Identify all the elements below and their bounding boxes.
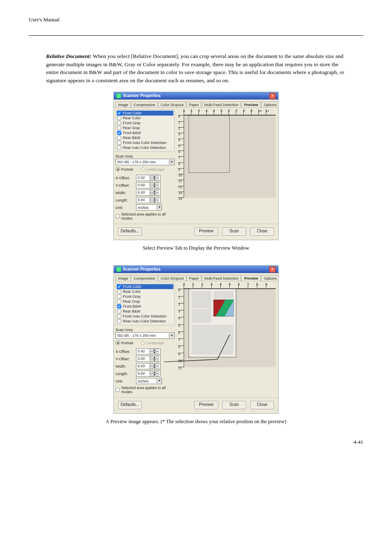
tab-paper[interactable]: Paper — [187, 275, 201, 281]
tab-paper[interactable]: Paper — [187, 102, 201, 107]
mode-front-auto-color-detection[interactable]: Front Auto Color Detection — [117, 140, 173, 145]
length-input[interactable]: 9.84 ▲▼ — [136, 371, 161, 377]
selection-rectangle[interactable] — [189, 116, 229, 172]
close-button[interactable]: Close — [250, 401, 274, 409]
ruler-horizontal: 0123456789 — [178, 283, 276, 289]
mode-rear-color[interactable]: Rear Color — [117, 116, 173, 120]
preview-canvas[interactable] — [184, 115, 276, 198]
app-icon — [116, 93, 121, 98]
width-label: Width: — [115, 191, 136, 195]
mode-front-color[interactable]: Front Color — [117, 284, 173, 289]
defaults-button[interactable]: Defaults... — [118, 227, 142, 236]
dialog-titlebar[interactable]: Scanner Properties × — [114, 266, 278, 273]
defaults-button[interactable]: Defaults... — [118, 401, 142, 409]
tab-preview[interactable]: Preview — [241, 102, 261, 108]
apply-all-modes-checkbox[interactable]: Selected area applies to all modes — [115, 212, 175, 220]
orientation-portrait[interactable]: Portrait — [115, 167, 133, 171]
mode-front-auto-color-detection[interactable]: Front Auto Color Detection — [117, 314, 173, 319]
dialog-tabstrip: ImageCompressionColor DropoutPaperMulti-… — [114, 100, 278, 108]
spin-down-icon[interactable]: ▼ — [150, 178, 159, 181]
mode-rear-auto-color-detection[interactable]: Rear Auto Color Detection — [117, 145, 173, 150]
orientation-landscape: Landscape — [141, 341, 164, 345]
x-offset-input[interactable]: 0.92 ▲▼ — [136, 348, 161, 354]
tab-preview[interactable]: Preview — [241, 275, 261, 281]
app-icon — [116, 267, 121, 272]
mode-rear-color[interactable]: Rear Color — [117, 289, 173, 294]
ruler-vertical: 01234567891011121314 — [178, 115, 184, 197]
width-input[interactable]: 6.93 ▲▼ — [136, 363, 161, 369]
tab-options[interactable]: Options — [261, 102, 278, 107]
image-mode-list: Front ColorRear ColorFront GrayRear Gray… — [115, 283, 175, 325]
mode-rear-gray[interactable]: Rear Gray — [117, 125, 173, 130]
apply-all-modes-checkbox[interactable]: Selected area applies to all modes — [115, 386, 175, 394]
tab-image[interactable]: Image — [115, 275, 131, 281]
tab-options[interactable]: Options — [261, 275, 278, 281]
mode-rear-b-w[interactable]: Rear B&W — [117, 309, 173, 314]
ruler-vertical: 01234567891011 — [178, 289, 184, 367]
chevron-down-icon[interactable]: ▾ — [169, 333, 174, 338]
dialog-title-text: Scanner Properties — [123, 92, 161, 100]
caption-after: A Preview image appears. (* The selectio… — [29, 419, 363, 425]
image-mode-list: Front ColorRear ColorFront GrayRear Gray… — [115, 109, 175, 152]
dialog-titlebar[interactable]: Scanner Properties × — [114, 92, 278, 100]
tab-compression[interactable]: Compression — [131, 275, 158, 281]
close-icon[interactable]: × — [269, 93, 276, 99]
x-offset-input[interactable]: 0.92 ▲▼ — [136, 175, 161, 181]
y-offset-input[interactable]: 0.00 ▲▼ — [136, 182, 161, 188]
dialog-tabstrip: ImageCompressionColor DropoutPaperMulti-… — [114, 273, 278, 281]
dialog-title-text: Scanner Properties — [123, 266, 161, 273]
scan-button[interactable]: Scan — [222, 401, 246, 409]
relative-document-body: Relative Document: When you select [Rela… — [46, 52, 346, 84]
mode-front-color[interactable]: Front Color — [117, 111, 173, 116]
mode-rear-b-w[interactable]: Rear B&W — [117, 135, 173, 140]
tab-compression[interactable]: Compression — [131, 102, 158, 107]
caption-before: Select Preview Tab to Display the Previe… — [29, 245, 363, 251]
close-icon[interactable]: × — [269, 266, 276, 273]
tab-color-dropout[interactable]: Color Dropout — [158, 102, 186, 107]
orientation-portrait[interactable]: Portrait — [115, 341, 133, 345]
mode-front-b-w[interactable]: Front B&W — [117, 304, 173, 309]
chevron-down-icon[interactable]: ▾ — [157, 379, 161, 383]
scanner-properties-dialog-before: Scanner Properties × ImageCompressionCol… — [113, 92, 279, 240]
page-number: 4-41 — [29, 439, 363, 445]
y-offset-input[interactable]: 0.00 ▲▼ — [136, 356, 161, 362]
tab-image[interactable]: Image — [115, 102, 131, 107]
ruler-horizontal: 01234567891011 — [178, 109, 276, 115]
preview-canvas[interactable] — [184, 289, 276, 367]
mode-front-gray[interactable]: Front Gray — [117, 294, 173, 299]
page-header-left: User's Manual — [29, 16, 60, 23]
tab-multi-feed-detection[interactable]: Multi-Feed Detection — [202, 102, 241, 107]
chevron-down-icon[interactable]: ▾ — [157, 205, 161, 210]
scan-area-label: Scan Area: — [115, 328, 175, 332]
tab-multi-feed-detection[interactable]: Multi-Feed Detection — [202, 275, 241, 281]
scan-area-label: Scan Area: — [115, 154, 175, 158]
mode-rear-auto-color-detection[interactable]: Rear Auto Color Detection — [117, 319, 173, 324]
unit-label: Unit: — [115, 206, 136, 210]
mode-front-gray[interactable]: Front Gray — [117, 120, 173, 125]
preview-button[interactable]: Preview — [194, 401, 218, 409]
unit-dropdown[interactable]: Inches▾ — [136, 378, 162, 384]
scanner-properties-dialog-after: Scanner Properties × ImageCompressionCol… — [113, 265, 279, 414]
orientation-landscape: Landscape — [141, 167, 164, 171]
length-label: Length: — [115, 198, 136, 202]
unit-dropdown[interactable]: Inches▾ — [136, 204, 162, 211]
mode-rear-gray[interactable]: Rear Gray — [117, 299, 173, 304]
scan-area-dropdown[interactable]: ISO B5 - 176 x 250 mm ▾ — [115, 332, 175, 339]
mode-front-b-w[interactable]: Front B&W — [117, 130, 173, 135]
y-offset-label: Y-Offset: — [115, 183, 136, 188]
tab-color-dropout[interactable]: Color Dropout — [158, 275, 186, 281]
x-offset-label: X-Offset: — [115, 176, 136, 180]
header-rule — [29, 35, 363, 36]
selection-rectangle[interactable] — [189, 289, 236, 357]
scan-button[interactable]: Scan — [222, 227, 246, 236]
scan-area-dropdown[interactable]: ISO B5 - 176 x 250 mm ▾ — [115, 159, 175, 165]
chevron-down-icon[interactable]: ▾ — [169, 160, 174, 164]
width-input[interactable]: 6.93 ▲▼ — [136, 190, 161, 196]
close-button[interactable]: Close — [250, 227, 274, 236]
preview-button[interactable]: Preview — [194, 227, 218, 236]
length-input[interactable]: 9.84 ▲▼ — [136, 197, 161, 203]
